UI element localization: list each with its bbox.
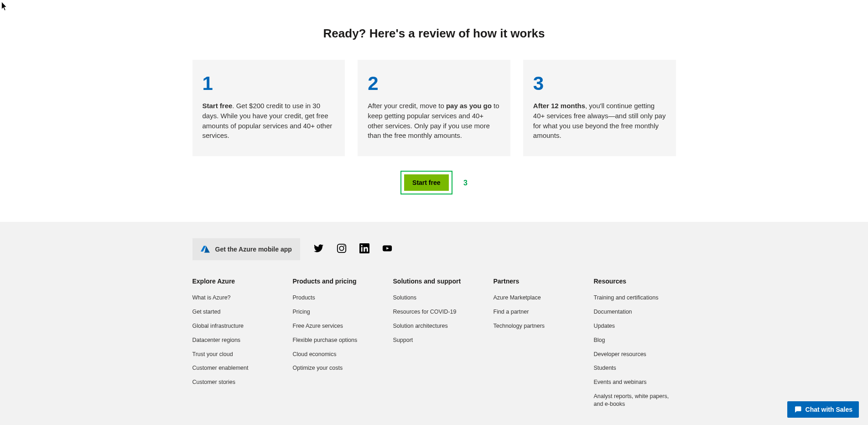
footer-link[interactable]: Customer enablement (192, 364, 275, 372)
footer-column: ResourcesTraining and certificationsDocu… (594, 278, 676, 415)
step-card-3: 3 After 12 months, you'll continue getti… (523, 60, 676, 156)
cursor-icon (1, 2, 8, 11)
footer-link[interactable]: Technology partners (494, 322, 576, 330)
footer-link[interactable]: Cloud economics (293, 351, 375, 358)
chat-label: Chat with Sales (806, 406, 852, 413)
footer-link[interactable]: Solution architectures (393, 322, 475, 330)
footer-link[interactable]: Free Azure services (293, 322, 375, 330)
youtube-icon[interactable] (382, 243, 392, 255)
hero-title: Ready? Here's a review of how it works (192, 26, 676, 41)
step-text: After your credit, move to pay as you go… (368, 101, 500, 141)
footer-column: Solutions and supportSolutionsResources … (393, 278, 475, 415)
chat-icon (794, 405, 802, 414)
footer-column-title: Products and pricing (293, 278, 375, 285)
get-mobile-app-button[interactable]: Get the Azure mobile app (192, 238, 300, 260)
footer-link[interactable]: Global infrastructure (192, 322, 275, 330)
svg-point-2 (343, 245, 344, 246)
footer-region: Get the Azure mobile app Explore AzureWh… (0, 222, 868, 425)
footer-link[interactable]: Products (293, 294, 375, 302)
footer-link[interactable]: Training and certifications (594, 294, 676, 302)
step-number: 3 (533, 73, 666, 94)
instagram-icon[interactable] (337, 243, 347, 255)
step-text: Start free. Get $200 credit to use in 30… (203, 101, 335, 141)
footer-column: Explore AzureWhat is Azure?Get startedGl… (192, 278, 275, 415)
start-free-highlight: Start free (400, 171, 452, 194)
step-card-1: 1 Start free. Get $200 credit to use in … (192, 60, 345, 156)
footer-link[interactable]: Events and webinars (594, 378, 676, 386)
footer-link[interactable]: Datacenter regions (192, 336, 275, 344)
svg-point-1 (339, 246, 343, 250)
svg-point-5 (361, 245, 362, 246)
footer-column: Products and pricingProductsPricingFree … (293, 278, 375, 415)
step-text: After 12 months, you'll continue getting… (533, 101, 666, 141)
step-card-2: 2 After your credit, move to pay as you … (358, 60, 510, 156)
footer-link[interactable]: Solutions (393, 294, 475, 302)
footer-link[interactable]: Developer resources (594, 351, 676, 358)
footer-link[interactable]: Blog (594, 336, 676, 344)
social-links (314, 243, 392, 255)
footer-link[interactable]: Students (594, 364, 676, 372)
step-number: 1 (203, 73, 335, 94)
step-number: 2 (368, 73, 500, 94)
footer-link[interactable]: Updates (594, 322, 676, 330)
start-free-button[interactable]: Start free (404, 174, 448, 191)
footer-link[interactable]: Flexible purchase options (293, 336, 375, 344)
footer-column-title: Explore Azure (192, 278, 275, 285)
footer-link[interactable]: Optimize your costs (293, 364, 375, 372)
footer-link[interactable]: Resources for COVID-19 (393, 308, 475, 316)
footer-link[interactable]: What is Azure? (192, 294, 275, 302)
annotation-label: 3 (463, 179, 468, 187)
twitter-icon[interactable] (314, 243, 324, 255)
footer-link[interactable]: Documentation (594, 308, 676, 316)
svg-rect-4 (361, 247, 362, 252)
chat-with-sales-button[interactable]: Chat with Sales (787, 401, 859, 418)
footer-link[interactable]: Trust your cloud (192, 351, 275, 358)
mobile-app-label: Get the Azure mobile app (215, 246, 292, 253)
footer-column-title: Partners (494, 278, 576, 285)
svg-rect-0 (338, 244, 346, 252)
footer-link[interactable]: Support (393, 336, 475, 344)
linkedin-icon[interactable] (359, 243, 369, 255)
footer-link[interactable]: Analyst reports, white papers, and e-boo… (594, 393, 676, 408)
footer-link[interactable]: Pricing (293, 308, 375, 316)
footer-link[interactable]: Get started (192, 308, 275, 316)
azure-logo-icon (201, 245, 210, 254)
footer-column-title: Solutions and support (393, 278, 475, 285)
footer-link[interactable]: Customer stories (192, 378, 275, 386)
how-it-works-cards: 1 Start free. Get $200 credit to use in … (192, 60, 676, 156)
footer-column: PartnersAzure MarketplaceFind a partnerT… (494, 278, 576, 415)
footer-column-title: Resources (594, 278, 676, 285)
footer-link[interactable]: Find a partner (494, 308, 576, 316)
footer-link[interactable]: Azure Marketplace (494, 294, 576, 302)
